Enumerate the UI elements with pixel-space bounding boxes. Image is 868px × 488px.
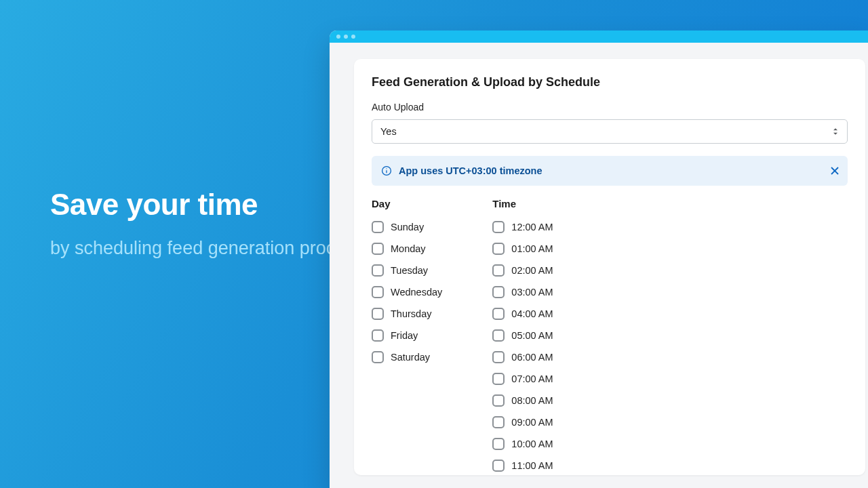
- time-label: 01:00 AM: [511, 243, 553, 254]
- checkbox-icon: [372, 351, 384, 363]
- svg-point-2: [386, 168, 387, 169]
- time-header: Time: [492, 198, 553, 209]
- time-label: 12:00 AM: [511, 222, 553, 232]
- time-label: 02:00 AM: [511, 265, 553, 276]
- checkbox-icon: [492, 460, 505, 472]
- time-column: Time 12:00 AM01:00 AM02:00 AM03:00 AM04:…: [492, 198, 553, 476]
- time-checkbox[interactable]: 03:00 AM: [492, 281, 553, 303]
- promo-text: Save your time by scheduling feed genera…: [50, 188, 363, 261]
- time-label: 03:00 AM: [511, 287, 553, 298]
- checkbox-icon: [492, 438, 505, 450]
- marketing-stage: Save your time by scheduling feed genera…: [0, 0, 868, 488]
- time-checkbox[interactable]: 08:00 AM: [492, 390, 553, 411]
- promo-headline: Save your time: [50, 188, 363, 221]
- window-dot: [351, 35, 355, 39]
- time-label: 08:00 AM: [511, 395, 553, 406]
- checkbox-icon: [372, 264, 384, 277]
- time-label: 06:00 AM: [511, 352, 553, 363]
- time-checkbox[interactable]: 02:00 AM: [492, 260, 553, 281]
- window-chrome: [330, 30, 868, 43]
- select-updown-icon: [831, 127, 840, 136]
- checkbox-icon: [492, 351, 505, 363]
- day-label: Sunday: [391, 222, 424, 232]
- checkbox-icon: [372, 221, 384, 233]
- info-icon: [381, 165, 392, 176]
- time-label: 09:00 AM: [511, 417, 553, 428]
- panel-title: Feed Generation & Upload by Schedule: [372, 75, 848, 89]
- day-column: Day SundayMondayTuesdayWednesdayThursday…: [372, 198, 442, 476]
- day-label: Tuesday: [391, 265, 428, 276]
- checkbox-icon: [492, 264, 505, 277]
- day-checkbox[interactable]: Tuesday: [372, 260, 442, 281]
- day-checkbox[interactable]: Friday: [372, 325, 442, 346]
- app-window: Feed Generation & Upload by Schedule Aut…: [330, 30, 868, 488]
- auto-upload-value: Yes: [380, 126, 397, 137]
- checkbox-icon: [492, 221, 505, 233]
- time-checkbox[interactable]: 01:00 AM: [492, 238, 553, 260]
- auto-upload-select[interactable]: Yes: [372, 119, 848, 144]
- day-checkbox[interactable]: Saturday: [372, 346, 442, 368]
- checkbox-icon: [492, 373, 505, 385]
- time-checkbox[interactable]: 09:00 AM: [492, 411, 553, 433]
- time-label: 10:00 AM: [511, 439, 553, 449]
- timezone-banner: App uses UTC+03:00 timezone: [372, 156, 848, 186]
- day-checkbox[interactable]: Thursday: [372, 303, 442, 325]
- day-checkbox[interactable]: Sunday: [372, 216, 442, 238]
- day-label: Saturday: [391, 352, 430, 363]
- checkbox-icon: [492, 286, 505, 298]
- time-label: 04:00 AM: [511, 308, 553, 319]
- time-checkbox[interactable]: 11:00 AM: [492, 455, 553, 476]
- time-checkbox[interactable]: 05:00 AM: [492, 325, 553, 346]
- day-label: Friday: [391, 330, 418, 341]
- checkbox-icon: [492, 394, 505, 407]
- checkbox-icon: [372, 243, 384, 255]
- day-header: Day: [372, 198, 442, 209]
- auto-upload-label: Auto Upload: [372, 102, 848, 113]
- window-dot: [336, 35, 340, 39]
- time-checkbox[interactable]: 04:00 AM: [492, 303, 553, 325]
- checkbox-icon: [492, 416, 505, 428]
- day-checkbox[interactable]: Monday: [372, 238, 442, 260]
- time-label: 11:00 AM: [511, 460, 553, 471]
- time-checkbox[interactable]: 06:00 AM: [492, 346, 553, 368]
- checkbox-icon: [372, 308, 384, 320]
- checkbox-icon: [492, 308, 505, 320]
- day-checkbox[interactable]: Wednesday: [372, 281, 442, 303]
- day-label: Thursday: [391, 308, 431, 319]
- time-checkbox[interactable]: 07:00 AM: [492, 368, 553, 390]
- checkbox-icon: [372, 286, 384, 298]
- checkbox-icon: [372, 329, 384, 342]
- checkbox-icon: [492, 243, 505, 255]
- banner-message: App uses UTC+03:00 timezone: [399, 165, 542, 176]
- checkbox-icon: [492, 329, 505, 342]
- window-dot: [344, 35, 348, 39]
- time-label: 05:00 AM: [511, 330, 553, 341]
- day-label: Wednesday: [391, 287, 442, 298]
- time-label: 07:00 AM: [511, 373, 553, 384]
- schedule-columns: Day SundayMondayTuesdayWednesdayThursday…: [372, 198, 848, 476]
- close-icon[interactable]: [830, 166, 840, 176]
- time-checkbox[interactable]: 12:00 AM: [492, 216, 553, 238]
- promo-subhead: by scheduling feed generation process: [50, 236, 363, 260]
- day-label: Monday: [391, 243, 426, 254]
- time-checkbox[interactable]: 10:00 AM: [492, 433, 553, 455]
- schedule-panel: Feed Generation & Upload by Schedule Aut…: [354, 59, 865, 475]
